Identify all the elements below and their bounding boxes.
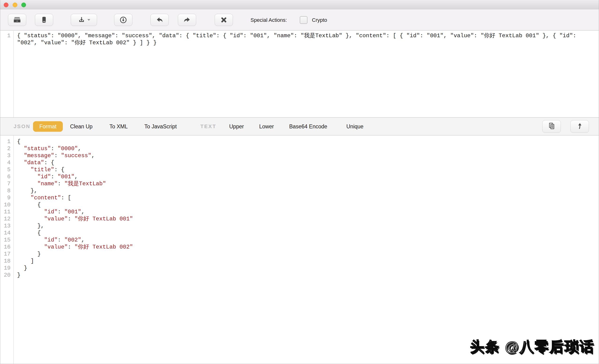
to-javascript-button[interactable]: To JavaScript [144, 123, 177, 130]
code-line: "value": "你好 TextLab 002" [17, 244, 599, 251]
copy-icon [548, 122, 556, 131]
main-toolbar: Special Actions: Crypto [0, 10, 599, 30]
output-code[interactable]: { "status": "0000", "message": "success"… [14, 135, 599, 364]
line-number: 20 [0, 272, 10, 279]
code-line: "id": "001", [17, 208, 599, 216]
code-line: "title": { [17, 166, 599, 173]
line-number: 19 [0, 265, 10, 272]
line-number: 11 [0, 208, 10, 216]
export-button[interactable] [570, 120, 589, 133]
code-line: } [17, 265, 599, 272]
code-line: "content": [ [17, 194, 599, 201]
format-button[interactable]: Format [33, 121, 63, 132]
json-string: "id" [44, 209, 58, 215]
upper-button[interactable]: Upper [229, 123, 244, 130]
code-line: "name": "我是TextLab" [17, 180, 599, 187]
line-number: 1 [0, 32, 10, 39]
code-line: { [17, 230, 599, 237]
lower-button[interactable]: Lower [259, 123, 274, 130]
code-line: "id": "001", [17, 173, 599, 180]
crypto-checkbox[interactable] [300, 16, 308, 24]
unique-button[interactable]: Unique [346, 123, 363, 130]
line-number: 5 [0, 166, 10, 173]
json-string: "你好 TextLab 002" [75, 244, 133, 250]
json-group-label: JSON [14, 123, 30, 130]
titlebar [0, 0, 599, 9]
drive-icon [40, 16, 48, 24]
copy-button[interactable] [542, 120, 561, 133]
line-number: 9 [0, 194, 10, 201]
clear-button[interactable] [215, 14, 233, 26]
output-gutter: 1234567891011121314151617181920 [0, 135, 14, 364]
line-number: 14 [0, 230, 10, 237]
line-number: 10 [0, 201, 10, 208]
input-editor: 1 { "status": "0000", "message": "succes… [0, 31, 599, 117]
line-number: 7 [0, 180, 10, 187]
minimize-window-button[interactable] [13, 3, 17, 7]
redo-icon [183, 16, 191, 24]
to-xml-button[interactable]: To XML [109, 123, 128, 130]
line-number: 1 [0, 138, 10, 145]
zoom-window-button[interactable] [21, 3, 26, 7]
code-line: } [17, 251, 599, 258]
output-editor: 1234567891011121314151617181920 { "statu… [0, 135, 599, 364]
code-line: { [17, 201, 599, 208]
clear-x-icon [220, 16, 228, 24]
archive-button[interactable] [8, 14, 26, 26]
code-line: } [17, 272, 599, 279]
text-group-label: TEXT [200, 123, 216, 130]
json-string: "status" [24, 146, 51, 152]
app-window: Special Actions: Crypto 1 { "status": "0… [0, 0, 599, 364]
line-number: 13 [0, 223, 10, 230]
chevron-down-icon [87, 19, 90, 21]
download-button[interactable] [114, 14, 132, 26]
special-actions-label: Special Actions: [251, 10, 287, 30]
code-line: "data": { [17, 159, 599, 166]
undo-icon [155, 16, 164, 24]
json-string: "data" [24, 159, 44, 166]
code-line: ] [17, 258, 599, 265]
drive-button[interactable] [35, 14, 53, 26]
json-string: "value" [44, 244, 68, 250]
watermark-text: 头条 @八零后琐话 [470, 337, 595, 356]
code-line: }, [17, 187, 599, 194]
line-number: 3 [0, 152, 10, 159]
json-string: "0000" [58, 146, 78, 152]
json-string: "value" [44, 216, 68, 222]
code-line: "status": "0000", [17, 145, 599, 152]
base64-encode-button[interactable]: Base64 Encode [289, 123, 327, 130]
download-circle-icon [119, 16, 127, 24]
undo-button[interactable] [150, 14, 169, 26]
close-window-button[interactable] [4, 3, 9, 7]
json-string: "title" [31, 166, 54, 173]
code-line: { [17, 138, 599, 145]
line-number: 12 [0, 216, 10, 223]
json-string: "message" [24, 153, 54, 159]
input-code-area[interactable]: { "status": "0000", "message": "success"… [14, 31, 599, 117]
code-line: }, [17, 223, 599, 230]
arrow-up-icon [576, 122, 584, 131]
code-line: "value": "你好 TextLab 001" [17, 216, 599, 223]
line-number: 16 [0, 244, 10, 251]
line-number: 2 [0, 145, 10, 152]
clean-up-button[interactable]: Clean Up [70, 123, 93, 130]
json-string: "content" [31, 195, 61, 201]
save-icon [77, 16, 86, 24]
json-string: "id" [37, 173, 51, 180]
json-string: "success" [61, 153, 91, 159]
line-number: 15 [0, 237, 10, 244]
json-string: "我是TextLab" [64, 181, 106, 187]
actions-bar: JSON Format Clean Up To XML To JavaScrip… [0, 117, 599, 135]
crypto-label[interactable]: Crypto [312, 10, 327, 30]
code-line: "id": "002", [17, 237, 599, 244]
line-number: 8 [0, 187, 10, 194]
code-line: "message": "success", [17, 152, 599, 159]
input-gutter: 1 [0, 31, 14, 117]
json-string: "id" [44, 237, 58, 243]
redo-button[interactable] [178, 14, 196, 26]
line-number: 18 [0, 258, 10, 265]
json-string: "001" [58, 173, 75, 180]
json-string: "002" [64, 237, 81, 243]
save-menu-button[interactable] [71, 14, 97, 26]
line-number: 17 [0, 251, 10, 258]
